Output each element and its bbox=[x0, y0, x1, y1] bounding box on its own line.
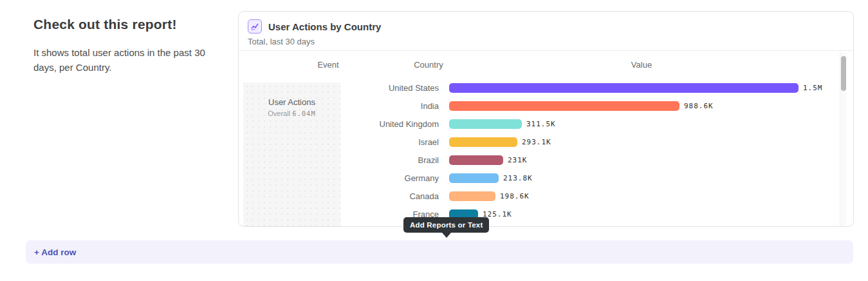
chart-row: United States1.5M bbox=[239, 79, 840, 97]
chart-row: Germany213.8K bbox=[239, 169, 840, 187]
bar[interactable] bbox=[449, 83, 799, 93]
add-reports-tooltip: Add Reports or Text bbox=[403, 217, 489, 233]
page-title: Check out this report! bbox=[33, 17, 226, 32]
country-label: Israel bbox=[239, 137, 439, 147]
bar[interactable] bbox=[449, 137, 517, 147]
bar[interactable] bbox=[449, 155, 503, 165]
bar[interactable] bbox=[449, 101, 679, 111]
column-header-event: Event bbox=[317, 60, 338, 70]
country-label: Brazil bbox=[239, 155, 439, 165]
report-title: User Actions by Country bbox=[268, 21, 381, 32]
vertical-scrollbar[interactable] bbox=[840, 52, 846, 226]
country-label: India bbox=[239, 101, 439, 111]
column-headers: Event Country Value bbox=[239, 60, 853, 70]
value-label: 1.5M bbox=[803, 84, 823, 92]
bar-chart: United States1.5MIndia988.6KUnited Kingd… bbox=[239, 79, 840, 223]
add-row-label: + Add row bbox=[34, 247, 76, 257]
country-label: Germany bbox=[239, 173, 439, 183]
chart-row: France125.1K bbox=[239, 205, 840, 223]
bar[interactable] bbox=[449, 119, 522, 129]
chart-row: United Kingdom311.5K bbox=[239, 115, 840, 133]
add-row-button[interactable]: + Add row bbox=[26, 240, 853, 264]
chart-row: India988.6K bbox=[239, 97, 840, 115]
value-label: 231K bbox=[508, 156, 528, 164]
column-header-value: Value bbox=[631, 60, 652, 70]
chart-row: Israel293.1K bbox=[239, 133, 840, 151]
chart-row: Canada198.6K bbox=[239, 187, 840, 205]
report-subtitle: Total, last 30 days bbox=[248, 37, 844, 46]
page-description: It shows total user actions in the past … bbox=[33, 46, 226, 75]
chart-row: Brazil231K bbox=[239, 151, 840, 169]
tooltip-label: Add Reports or Text bbox=[410, 221, 483, 229]
report-card-header: User Actions by Country Total, last 30 d… bbox=[239, 12, 853, 51]
value-label: 213.8K bbox=[503, 174, 533, 182]
value-label: 311.5K bbox=[526, 120, 556, 128]
value-label: 293.1K bbox=[522, 138, 551, 146]
intro-block: Check out this report! It shows total us… bbox=[33, 17, 226, 75]
bar[interactable] bbox=[449, 173, 499, 183]
scrollbar-thumb[interactable] bbox=[841, 56, 846, 91]
line-chart-icon bbox=[248, 19, 262, 34]
report-table: Event Country Value User Actions Overall… bbox=[239, 52, 853, 226]
country-label: United Kingdom bbox=[239, 119, 439, 129]
value-label: 198.6K bbox=[500, 192, 530, 200]
country-label: United States bbox=[239, 83, 439, 93]
bar[interactable] bbox=[449, 191, 495, 201]
column-header-country: Country bbox=[414, 60, 443, 70]
value-label: 988.6K bbox=[684, 102, 714, 110]
tooltip-arrow-icon bbox=[442, 233, 451, 238]
country-label: Canada bbox=[239, 191, 439, 201]
report-card[interactable]: User Actions by Country Total, last 30 d… bbox=[238, 11, 854, 227]
